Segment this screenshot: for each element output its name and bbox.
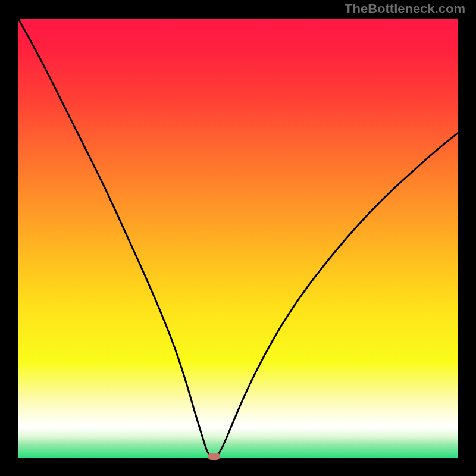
chart-frame: TheBottleneck.com: [0, 0, 476, 476]
bottleneck-curve: [18, 19, 458, 458]
plot-area: [18, 19, 458, 458]
curve-path: [18, 19, 458, 458]
attribution-label: TheBottleneck.com: [345, 1, 465, 17]
optimum-marker: [208, 453, 220, 461]
